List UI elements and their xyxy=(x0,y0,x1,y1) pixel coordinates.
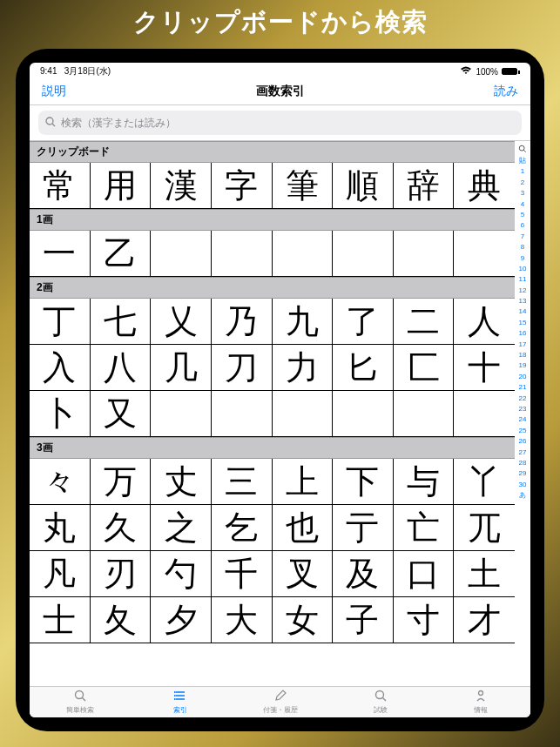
kanji-cell[interactable]: 勺 xyxy=(151,551,212,597)
kanji-cell[interactable]: 凡 xyxy=(30,551,91,597)
kanji-cell[interactable]: 叉 xyxy=(273,551,334,597)
kanji-cell[interactable]: 匚 xyxy=(394,345,455,391)
kanji-cell[interactable]: 女 xyxy=(273,597,334,643)
kanji-cell[interactable]: 乃 xyxy=(212,299,273,345)
kanji-cell[interactable]: 了 xyxy=(333,299,394,345)
index-rail-item[interactable]: 5 xyxy=(521,211,524,219)
kanji-cell[interactable]: 刃 xyxy=(91,551,152,597)
kanji-cell[interactable]: 口 xyxy=(394,551,455,597)
kanji-cell[interactable]: 才 xyxy=(454,597,515,643)
index-rail-item[interactable]: 24 xyxy=(519,415,527,424)
index-rail-item[interactable]: 19 xyxy=(519,361,527,370)
index-rail-item[interactable]: 14 xyxy=(519,307,527,316)
index-rail-item[interactable]: 6 xyxy=(521,221,524,230)
kanji-cell[interactable]: 与 xyxy=(394,459,455,505)
kanji-cell[interactable]: 下 xyxy=(333,459,394,505)
kanji-cell[interactable]: 匕 xyxy=(333,345,394,391)
kanji-cell[interactable]: 八 xyxy=(91,345,152,391)
kanji-cell[interactable]: 久 xyxy=(91,505,152,551)
index-rail-item[interactable]: 11 xyxy=(519,275,527,284)
kanji-cell[interactable]: 乞 xyxy=(212,505,273,551)
kanji-cell[interactable]: 亍 xyxy=(333,505,394,551)
kanji-cell[interactable]: 九 xyxy=(273,299,334,345)
kanji-cell[interactable]: 大 xyxy=(212,597,273,643)
index-rail-item[interactable]: 8 xyxy=(521,243,524,252)
kanji-cell[interactable]: 七 xyxy=(91,299,152,345)
index-rail-item[interactable]: 1 xyxy=(521,167,524,176)
index-rail-item[interactable]: 27 xyxy=(519,448,527,457)
index-rail-item[interactable]: 29 xyxy=(519,469,527,478)
index-rail-item[interactable]: 26 xyxy=(519,437,527,446)
index-rail-item[interactable]: 28 xyxy=(519,459,527,468)
kanji-cell[interactable]: 夕 xyxy=(151,597,212,643)
kanji-cell[interactable]: 丁 xyxy=(30,299,91,345)
index-rail-item[interactable]: 22 xyxy=(519,394,527,403)
kanji-cell[interactable]: 卜 xyxy=(30,391,91,437)
kanji-cell[interactable]: 之 xyxy=(151,505,212,551)
index-rail-item[interactable]: 30 xyxy=(519,481,527,489)
tab-0[interactable]: 簡単検索 xyxy=(30,687,130,717)
index-rail[interactable]: 貼123456789101112131415161718192021222324… xyxy=(515,141,530,686)
kanji-cell[interactable]: 々 xyxy=(30,459,91,505)
index-rail-item[interactable]: 12 xyxy=(519,286,527,295)
index-rail-item[interactable]: 25 xyxy=(519,427,527,435)
index-rail-item[interactable]: 15 xyxy=(519,319,527,327)
index-rail-item[interactable]: 10 xyxy=(519,265,527,273)
kanji-cell[interactable]: 及 xyxy=(333,551,394,597)
index-rail-item[interactable]: 2 xyxy=(521,178,524,187)
kanji-cell[interactable]: 筆 xyxy=(273,163,334,209)
kanji-cell[interactable]: 夂 xyxy=(91,597,152,643)
kanji-cell[interactable]: 寸 xyxy=(394,597,455,643)
kanji-cell[interactable]: 万 xyxy=(91,459,152,505)
index-rail-item[interactable]: 7 xyxy=(521,232,524,241)
kanji-cell[interactable]: 士 xyxy=(30,597,91,643)
kanji-cell[interactable]: 順 xyxy=(333,163,394,209)
kanji-cell[interactable]: 漢 xyxy=(151,163,212,209)
search-input[interactable]: 検索（漢字または読み） xyxy=(38,111,522,135)
kanji-cell[interactable]: 上 xyxy=(273,459,334,505)
kanji-cell[interactable]: 子 xyxy=(333,597,394,643)
index-rail-item[interactable]: 16 xyxy=(519,329,527,338)
index-rail-item[interactable]: 4 xyxy=(521,200,524,209)
kanji-cell[interactable]: 一 xyxy=(30,231,91,277)
kanji-cell[interactable]: 辞 xyxy=(394,163,455,209)
kanji-cell[interactable]: 几 xyxy=(151,345,212,391)
index-rail-item[interactable]: 9 xyxy=(521,254,524,263)
index-rail-item[interactable]: 3 xyxy=(521,189,524,198)
kanji-cell[interactable]: 入 xyxy=(30,345,91,391)
kanji-cell[interactable]: 字 xyxy=(212,163,273,209)
kanji-cell[interactable]: 千 xyxy=(212,551,273,597)
tab-4[interactable]: 情報 xyxy=(430,687,530,717)
tab-2[interactable]: 付箋・履歴 xyxy=(230,687,330,717)
index-rail-item[interactable]: 23 xyxy=(519,405,527,414)
kanji-cell[interactable]: 土 xyxy=(454,551,515,597)
kanji-cell[interactable]: 也 xyxy=(273,505,334,551)
index-rail-item[interactable]: 21 xyxy=(519,383,527,392)
kanji-cell[interactable]: 常 xyxy=(30,163,91,209)
index-rail-item[interactable]: 17 xyxy=(519,340,527,349)
kanji-cell[interactable]: 用 xyxy=(91,163,152,209)
nav-left-button[interactable]: 説明 xyxy=(42,84,66,99)
kanji-cell[interactable]: 兀 xyxy=(454,505,515,551)
kanji-list[interactable]: クリップボード常用漢字筆順辞典1画一乙2画丁七乂乃九了二人入八几刀力匕匚十卜又3… xyxy=(30,141,515,686)
index-rail-item[interactable]: 貼 xyxy=(519,157,526,165)
kanji-cell[interactable]: 十 xyxy=(454,345,515,391)
kanji-cell[interactable]: 丈 xyxy=(151,459,212,505)
kanji-cell[interactable]: 力 xyxy=(273,345,334,391)
kanji-cell[interactable]: 亡 xyxy=(394,505,455,551)
kanji-cell[interactable]: 二 xyxy=(394,299,455,345)
tab-1[interactable]: 索引 xyxy=(130,687,230,717)
index-rail-item[interactable]: 18 xyxy=(519,351,527,360)
kanji-cell[interactable]: 乙 xyxy=(91,231,152,277)
kanji-cell[interactable]: 刀 xyxy=(212,345,273,391)
kanji-cell[interactable]: 三 xyxy=(212,459,273,505)
kanji-cell[interactable]: 乂 xyxy=(151,299,212,345)
index-rail-item[interactable]: 20 xyxy=(519,373,527,381)
kanji-cell[interactable]: 人 xyxy=(454,299,515,345)
nav-right-button[interactable]: 読み xyxy=(494,84,518,99)
kanji-cell[interactable]: 丸 xyxy=(30,505,91,551)
kanji-cell[interactable]: 丫 xyxy=(454,459,515,505)
tab-3[interactable]: 試験 xyxy=(330,687,430,717)
index-rail-item[interactable]: 13 xyxy=(519,297,527,306)
kanji-cell[interactable]: 又 xyxy=(91,391,152,437)
